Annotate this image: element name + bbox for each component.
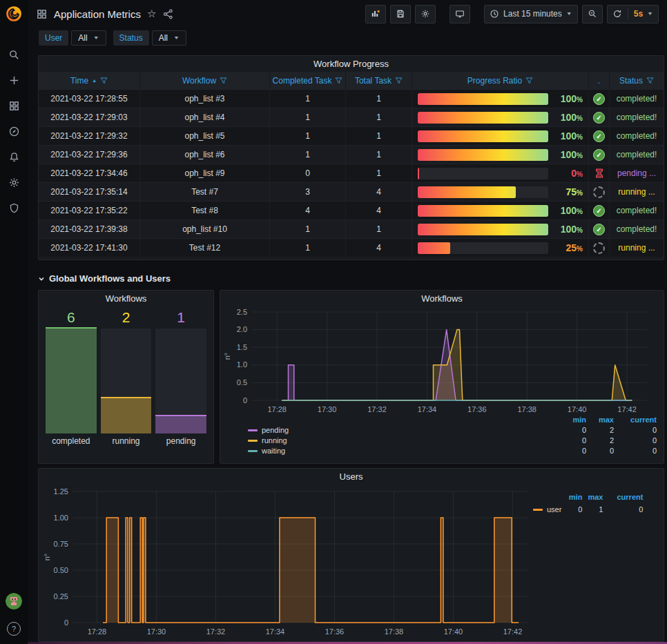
bar-track: [155, 329, 206, 433]
legend-item-waiting[interactable]: waiting: [248, 447, 559, 455]
cell-time: 2021-03-22 17:29:03: [39, 108, 139, 126]
cell-total-task: 1: [345, 146, 412, 164]
main-area: Application Metrics ☆ Last 15 minutes ▼: [28, 0, 667, 644]
table-row[interactable]: 2021-03-22 17:28:55 oph_list #3 1 1 100%…: [39, 89, 664, 108]
svg-text:17:36: 17:36: [467, 405, 487, 413]
column-header-completed-task[interactable]: Completed Task: [269, 72, 345, 89]
cell-total-task: 4: [345, 202, 412, 219]
svg-text:17:34: 17:34: [418, 405, 437, 413]
legend-col-max[interactable]: max: [582, 493, 603, 501]
column-header-total-task[interactable]: Total Task: [345, 72, 412, 89]
cell-total-task: 4: [345, 183, 412, 201]
legend-item-user[interactable]: user: [533, 505, 561, 514]
cell-progress-ratio: 100%: [412, 146, 588, 164]
cell-status-icon: ✓: [588, 202, 609, 219]
cell-progress-ratio: 75%: [412, 183, 588, 201]
table-row[interactable]: 2021-03-22 17:34:46 oph_list #9 0 1 0% p…: [39, 164, 664, 182]
add-panel-button[interactable]: [365, 5, 386, 23]
dashboard-settings-button[interactable]: [415, 5, 436, 23]
grafana-logo-icon[interactable]: [0, 0, 28, 28]
legend-col-max[interactable]: max: [586, 416, 614, 424]
legend-col-min[interactable]: min: [559, 416, 586, 424]
completed-check-icon: ✓: [593, 224, 605, 235]
legend-col-current[interactable]: current: [603, 493, 643, 501]
refresh-interval-picker[interactable]: 5s ▼: [607, 5, 659, 23]
progress-bar-track: [418, 112, 548, 124]
column-header-status[interactable]: Status: [609, 72, 664, 89]
svg-text:1.5: 1.5: [237, 343, 247, 351]
table-row[interactable]: 2021-03-22 17:39:38 oph_list #10 1 1 100…: [39, 219, 664, 238]
user-avatar[interactable]: [6, 593, 22, 609]
cell-completed-task: 1: [269, 220, 345, 238]
bar-label: pending: [155, 433, 206, 449]
star-icon[interactable]: ☆: [147, 8, 156, 20]
cell-time: 2021-03-22 17:35:14: [39, 183, 139, 201]
configuration-gear-icon[interactable]: [8, 176, 20, 188]
progress-bar-fill: [418, 149, 548, 161]
bar-track: [46, 329, 97, 433]
workflows-timeseries-panel: Workflows 00.51.01.52.02.517:2817:3017:3…: [220, 290, 664, 464]
panel-title[interactable]: Workflows: [39, 291, 213, 306]
users-line-chart[interactable]: 00.250.500.751.001.2517:2817:3017:3217:3…: [39, 485, 533, 638]
dashboards-icon[interactable]: [8, 99, 20, 112]
panel-title[interactable]: Workflows: [220, 291, 664, 306]
completed-check-icon: ✓: [593, 130, 605, 142]
cell-workflow: Test #8: [139, 202, 269, 219]
cell-status-icon: [588, 164, 609, 182]
alerting-bell-icon[interactable]: [8, 150, 20, 163]
variable-user-select[interactable]: All▼: [71, 30, 106, 46]
search-icon[interactable]: [8, 48, 20, 61]
legend-col-min[interactable]: min: [561, 493, 582, 501]
progress-bar-fill: [418, 224, 548, 235]
panel-title[interactable]: Workflow Progress: [39, 56, 664, 72]
column-header--[interactable]: .: [588, 72, 609, 89]
save-dashboard-button[interactable]: [390, 5, 411, 23]
table-row[interactable]: 2021-03-22 17:35:14 Test #7 3 4 75% runn…: [39, 182, 664, 201]
share-icon[interactable]: [162, 8, 174, 20]
table-row[interactable]: 2021-03-22 17:35:22 Test #8 4 4 100% ✓ c…: [39, 201, 664, 219]
explore-compass-icon[interactable]: [8, 125, 20, 137]
running-spinner-icon: [593, 186, 605, 198]
bar-gauge-completed: 6 completed: [46, 309, 97, 449]
table-row[interactable]: 2021-03-22 17:29:03 oph_list #4 1 1 100%…: [39, 108, 664, 126]
progress-bar-track: [418, 205, 548, 217]
completed-check-icon: ✓: [593, 149, 605, 161]
table-row[interactable]: 2021-03-22 17:29:32 oph_list #5 1 1 100%…: [39, 126, 664, 145]
legend-item-pending[interactable]: pending: [248, 426, 559, 434]
table-row[interactable]: 2021-03-22 17:41:30 Test #12 1 4 25% run…: [39, 238, 664, 257]
cell-time: 2021-03-22 17:28:55: [39, 90, 139, 108]
progress-bar-fill: [418, 168, 419, 179]
variable-status-select[interactable]: All▼: [152, 30, 186, 46]
table-header: Time▲WorkflowCompleted TaskTotal TaskPro…: [39, 72, 664, 89]
time-range-picker[interactable]: Last 15 minutes ▼: [484, 5, 578, 23]
bar-value: 6: [46, 309, 97, 329]
column-header-progress-ratio[interactable]: Progress Ratio: [412, 72, 588, 89]
zoom-out-time-button[interactable]: [582, 5, 603, 23]
legend-item-running[interactable]: running: [248, 436, 559, 445]
bar-gauge-running: 2 running: [101, 309, 152, 449]
server-admin-shield-icon[interactable]: [8, 202, 20, 214]
column-header-time[interactable]: Time▲: [39, 72, 139, 89]
refresh-interval-label: 5s: [634, 9, 643, 19]
variable-user-label: User: [39, 30, 68, 46]
help-icon[interactable]: ?: [7, 622, 21, 636]
create-plus-icon[interactable]: [8, 74, 20, 86]
column-header-workflow[interactable]: Workflow: [139, 72, 269, 89]
progress-bar-fill: [418, 205, 548, 217]
panel-title[interactable]: Users: [39, 469, 664, 485]
svg-text:17:28: 17:28: [88, 627, 107, 636]
svg-text:17:36: 17:36: [325, 627, 345, 636]
row-section-toggle[interactable]: Global Workflows and Users: [38, 273, 171, 284]
cell-progress-ratio: 25%: [412, 239, 588, 257]
progress-bar-fill: [418, 112, 548, 124]
cell-workflow: oph_list #9: [139, 164, 269, 182]
running-spinner-icon: [593, 242, 605, 254]
cell-total-task: 4: [345, 239, 412, 257]
table-body: 2021-03-22 17:28:55 oph_list #3 1 1 100%…: [39, 89, 664, 257]
cell-status: completed!: [609, 127, 664, 145]
table-row[interactable]: 2021-03-22 17:29:36 oph_list #6 1 1 100%…: [39, 145, 664, 164]
cycle-view-mode-button[interactable]: [450, 5, 470, 23]
svg-text:17:32: 17:32: [206, 627, 226, 636]
workflows-line-chart[interactable]: 00.51.01.52.02.517:2817:3017:3217:3417:3…: [220, 306, 654, 416]
legend-col-current[interactable]: current: [614, 416, 657, 424]
